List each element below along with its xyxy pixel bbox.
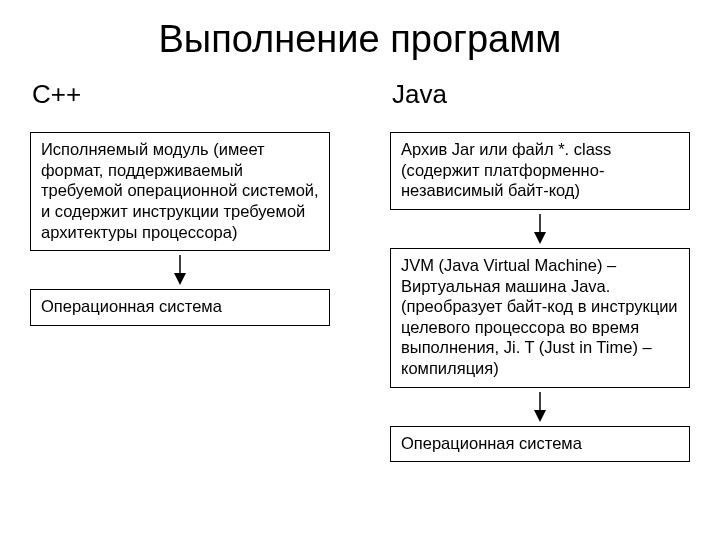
- java-header: Java: [392, 79, 690, 110]
- svg-marker-5: [534, 410, 546, 422]
- columns-container: C++ Исполняемый модуль (имеет формат, по…: [30, 79, 690, 462]
- cpp-box-executable: Исполняемый модуль (имеет формат, поддер…: [30, 132, 330, 251]
- arrow-icon: [30, 255, 330, 285]
- cpp-box-os: Операционная система: [30, 289, 330, 326]
- column-java: Java Архив Jar или файл *. class (содерж…: [390, 79, 690, 462]
- column-cpp: C++ Исполняемый модуль (имеет формат, по…: [30, 79, 330, 462]
- java-box-jvm: JVM (Java Virtual Machine) – Виртуальная…: [390, 248, 690, 388]
- cpp-header: C++: [32, 79, 330, 110]
- java-box-os: Операционная система: [390, 426, 690, 463]
- arrow-icon: [390, 214, 690, 244]
- svg-marker-3: [534, 232, 546, 244]
- java-box-jar: Архив Jar или файл *. class (содержит пл…: [390, 132, 690, 210]
- slide-title: Выполнение программ: [30, 18, 690, 61]
- arrow-icon: [390, 392, 690, 422]
- svg-marker-1: [174, 273, 186, 285]
